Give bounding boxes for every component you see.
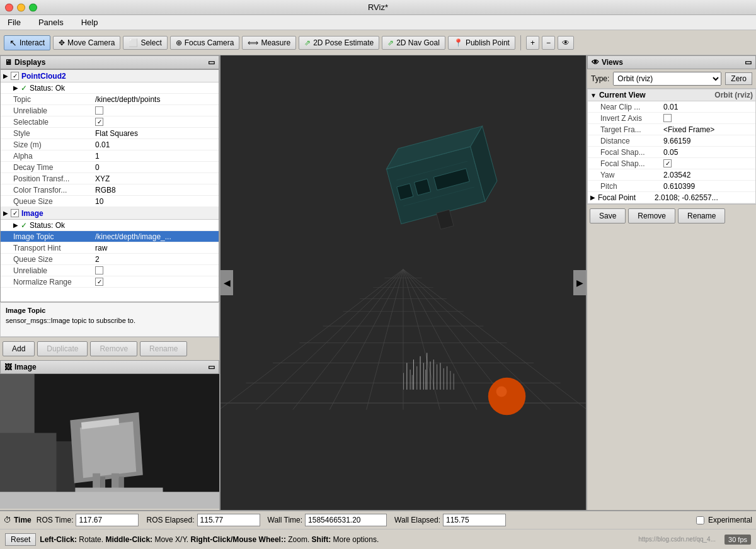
size-row[interactable]: Size (m) 0.01: [1, 139, 219, 150]
color-transf-row[interactable]: Color Transfor... RGB8: [1, 184, 219, 196]
target-frame-row[interactable]: Target Fra... <Fixed Frame>: [588, 124, 755, 135]
selectable-checkbox[interactable]: [95, 118, 103, 126]
current-view-expand[interactable]: ▼: [590, 92, 597, 99]
normalize-range-row[interactable]: Normalize Range: [1, 276, 219, 288]
nav-goal-btn[interactable]: ⇗ 2D Nav Goal: [382, 36, 445, 50]
publish-point-btn[interactable]: 📍 Publish Point: [448, 36, 515, 50]
zero-btn[interactable]: Zero: [725, 72, 752, 85]
focal-shape2-row[interactable]: Focal Shap...: [588, 158, 755, 169]
svg-rect-37: [427, 353, 427, 389]
views-title: Views: [602, 58, 623, 67]
rename-view-btn[interactable]: Rename: [678, 208, 725, 224]
decay-time-row[interactable]: Decay Time 0: [1, 162, 219, 173]
alpha-value: 1: [95, 152, 216, 161]
select-icon: ⬜: [129, 38, 138, 47]
distance-row[interactable]: Distance 9.66159: [588, 135, 755, 147]
pointcloud2-expand[interactable]: ▶: [3, 72, 8, 79]
style-row[interactable]: Style Flat Squares: [1, 128, 219, 139]
current-view-header[interactable]: ▼ Current View Orbit (rviz): [588, 89, 755, 101]
image-queue-size-row[interactable]: Queue Size 2: [1, 254, 219, 265]
eye-btn[interactable]: 👁: [558, 36, 574, 50]
timebar: ⏱ Time ROS Time: ROS Elapsed: Wall Time:…: [0, 510, 756, 529]
remove-view-btn[interactable]: Remove: [628, 208, 675, 224]
menu-panels[interactable]: Panels: [35, 16, 67, 28]
selectable-label: Selectable: [13, 118, 95, 127]
info-title: Image Topic: [6, 307, 214, 314]
focus-camera-btn[interactable]: ⊕ Focus Camera: [170, 36, 240, 50]
interact-btn[interactable]: ↖ Interact: [4, 35, 50, 50]
rename-btn[interactable]: Rename: [140, 341, 187, 356]
image-panel-collapse[interactable]: ▭: [208, 363, 215, 371]
pitch-row[interactable]: Pitch 0.610399: [588, 181, 755, 192]
measure-btn[interactable]: ⟺ Measure: [242, 36, 296, 50]
alpha-row[interactable]: Alpha 1: [1, 150, 219, 162]
reset-btn[interactable]: Reset: [5, 533, 36, 546]
pointcloud2-header[interactable]: ▶ PointCloud2: [1, 70, 219, 82]
transport-hint-row[interactable]: Transport Hint raw: [1, 242, 219, 254]
color-transf-value: RGB8: [95, 186, 216, 195]
move-camera-btn[interactable]: ✥ Move Camera: [53, 36, 120, 50]
image-topic-row[interactable]: Image Topic /kinect/depth/image_...: [1, 231, 219, 242]
focal-shape1-row[interactable]: Focal Shap... 0.05: [588, 147, 755, 158]
add-btn[interactable]: Add: [3, 341, 35, 356]
minimize-button[interactable]: [17, 3, 25, 11]
titlebar: RViz*: [0, 0, 756, 15]
views-collapse-btn[interactable]: ▭: [745, 58, 752, 67]
invert-z-row[interactable]: Invert Z Axis: [588, 113, 755, 124]
add-display-btn[interactable]: +: [526, 36, 539, 50]
3d-scene-svg: [220, 55, 586, 510]
focal-shape2-checkbox[interactable]: [663, 159, 672, 167]
viewport-left-arrow[interactable]: ◀: [220, 270, 233, 295]
displays-collapse-btn[interactable]: ▭: [208, 58, 215, 67]
ros-elapsed-input[interactable]: [197, 514, 260, 526]
close-button[interactable]: [5, 3, 13, 11]
focal-point-label: Focal Point: [598, 193, 655, 202]
near-clip-row[interactable]: Near Clip ... 0.01: [588, 101, 755, 113]
pose-estimate-btn[interactable]: ⇗ 2D Pose Estimate: [299, 36, 379, 50]
position-transf-label: Position Transf...: [13, 174, 95, 183]
experimental-checkbox[interactable]: [696, 516, 704, 524]
invert-z-label: Invert Z Axis: [600, 114, 663, 123]
image-unreliable-row[interactable]: Unreliable: [1, 265, 219, 276]
menu-help[interactable]: Help: [77, 16, 102, 28]
status-left-click: Left-Click: Rotate.: [40, 535, 105, 544]
wall-elapsed-input[interactable]: [443, 514, 506, 526]
pointcloud2-checkbox[interactable]: [11, 72, 19, 80]
image-checkbox[interactable]: [11, 209, 19, 217]
wall-time-input[interactable]: [305, 514, 387, 526]
duplicate-btn[interactable]: Duplicate: [37, 341, 88, 356]
type-label: Type:: [591, 74, 609, 83]
unreliable-row[interactable]: Unreliable: [1, 105, 219, 116]
pointcloud2-status-arrow[interactable]: ▶: [13, 84, 18, 91]
normalize-range-checkbox[interactable]: [95, 278, 103, 286]
save-view-btn[interactable]: Save: [590, 208, 626, 224]
image-status-arrow[interactable]: ▶: [13, 222, 18, 229]
image-header[interactable]: ▶ Image: [1, 207, 219, 220]
menu-file[interactable]: File: [4, 16, 25, 28]
viewport-right-arrow[interactable]: ▶: [573, 270, 586, 295]
yaw-row[interactable]: Yaw 2.03542: [588, 169, 755, 181]
remove-display-toolbar-btn[interactable]: −: [542, 36, 555, 50]
queue-size-row[interactable]: Queue Size 10: [1, 196, 219, 207]
color-transf-label: Color Transfor...: [13, 186, 95, 195]
image-expand[interactable]: ▶: [3, 210, 8, 217]
position-transf-row[interactable]: Position Transf... XYZ: [1, 173, 219, 184]
views-list: ▼ Current View Orbit (rviz) Near Clip ..…: [587, 89, 756, 204]
unreliable-checkbox[interactable]: [95, 106, 103, 115]
ros-time-label: ROS Time:: [37, 516, 74, 524]
remove-btn[interactable]: Remove: [90, 341, 137, 356]
invert-z-checkbox[interactable]: [663, 114, 672, 122]
view-type-select[interactable]: Orbit (rviz): [613, 72, 721, 86]
focal-point-row[interactable]: ▶ Focal Point 2.0108; -0.62557...: [588, 192, 755, 203]
ros-time-input[interactable]: [76, 514, 139, 526]
status-text: Left-Click: Rotate. Middle-Click: Move X…: [40, 535, 634, 544]
select-btn[interactable]: ⬜ Select: [123, 36, 167, 50]
viewport[interactable]: ◀ ▶: [220, 55, 586, 510]
maximize-button[interactable]: [29, 3, 37, 11]
selectable-row[interactable]: Selectable: [1, 116, 219, 128]
topic-row[interactable]: Topic /kinect/depth/points: [1, 94, 219, 105]
displays-list[interactable]: ▶ PointCloud2 ▶ ✓ Status: Ok Topic /kine…: [0, 69, 219, 302]
image-unreliable-checkbox[interactable]: [95, 266, 103, 274]
image-topic-label: Image Topic: [13, 232, 95, 241]
focal-point-expand[interactable]: ▶: [590, 194, 595, 201]
